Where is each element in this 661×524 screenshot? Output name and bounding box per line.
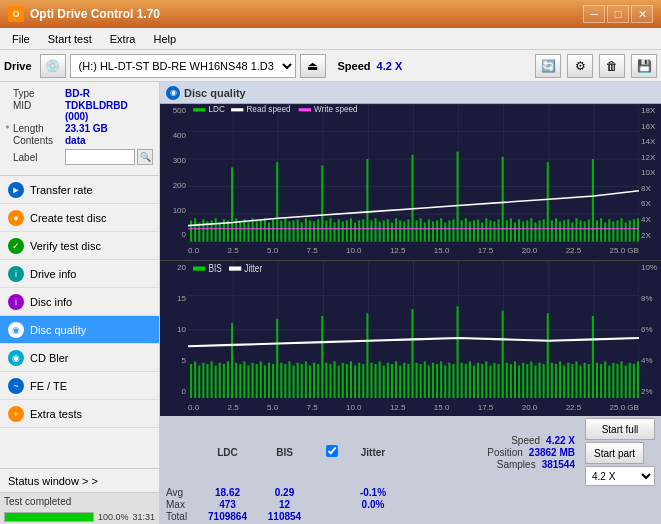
svg-rect-47 [301, 222, 303, 241]
nav-items: ► Transfer rate ● Create test disc ✓ Ver… [0, 176, 159, 468]
svg-rect-80 [436, 220, 438, 241]
svg-rect-49 [309, 220, 311, 241]
svg-rect-73 [407, 219, 409, 241]
svg-rect-123 [612, 221, 614, 241]
close-button[interactable]: ✕ [631, 5, 653, 23]
svg-rect-88 [469, 221, 471, 241]
maximize-button[interactable]: □ [607, 5, 629, 23]
disc-quality-icon: ◉ [8, 322, 24, 338]
disc-label-btn[interactable]: 🔍 [137, 149, 153, 165]
svg-rect-52 [321, 165, 323, 241]
erase-button[interactable]: 🗑 [599, 54, 625, 78]
sidebar-item-disc-info[interactable]: i Disc info [0, 288, 159, 316]
svg-rect-252 [604, 361, 606, 398]
svg-rect-91 [481, 222, 483, 241]
speed-info-block: Speed 4.22 X Position 23862 MB Samples 3… [487, 435, 575, 470]
svg-rect-115 [580, 220, 582, 241]
svg-rect-51 [317, 219, 319, 241]
svg-rect-198 [383, 365, 385, 398]
start-part-button[interactable]: Start part [585, 442, 644, 464]
sidebar-item-create-test-disc[interactable]: ● Create test disc [0, 204, 159, 232]
svg-rect-253 [608, 365, 610, 398]
svg-rect-238 [547, 313, 549, 398]
menu-help[interactable]: Help [145, 29, 184, 49]
svg-rect-230 [514, 361, 516, 398]
disc-quality-header-icon: ◉ [166, 86, 180, 100]
svg-rect-110 [559, 221, 561, 241]
sidebar-item-disc-quality[interactable]: ◉ Disc quality [0, 316, 159, 344]
svg-rect-89 [473, 220, 475, 241]
start-full-button[interactable]: Start full [585, 418, 655, 440]
svg-rect-127 [629, 220, 631, 241]
sidebar-item-verify-test-disc[interactable]: ✓ Verify test disc [0, 232, 159, 260]
svg-rect-171 [272, 364, 274, 398]
svg-rect-233 [526, 364, 528, 398]
svg-rect-41 [276, 162, 278, 241]
svg-rect-160 [227, 361, 229, 398]
svg-rect-54 [329, 218, 331, 241]
svg-rect-174 [284, 364, 286, 398]
save-button[interactable]: 💾 [631, 54, 657, 78]
max-bis: 12 [257, 499, 312, 510]
svg-rect-165 [247, 365, 249, 398]
svg-rect-109 [555, 218, 557, 241]
svg-rect-181 [313, 362, 315, 398]
svg-rect-158 [219, 362, 221, 398]
svg-rect-70 [395, 218, 397, 241]
svg-rect-188 [342, 362, 344, 398]
svg-rect-67 [383, 220, 385, 241]
sidebar-item-fe-te[interactable]: ~ FE / TE [0, 372, 159, 400]
minimize-button[interactable]: ─ [583, 5, 605, 23]
svg-rect-187 [338, 365, 340, 398]
svg-rect-57 [342, 221, 344, 241]
disc-type-val: BD-R [65, 88, 90, 99]
svg-rect-251 [600, 364, 602, 398]
svg-rect-249 [592, 316, 594, 399]
sidebar-label-create-test: Create test disc [30, 212, 106, 224]
sidebar-item-drive-info[interactable]: i Drive info [0, 260, 159, 288]
avg-bis: 0.29 [257, 487, 312, 498]
drive-icon-btn[interactable]: 💿 [40, 54, 66, 78]
svg-rect-45 [293, 220, 295, 241]
svg-rect-180 [309, 365, 311, 398]
svg-rect-125 [621, 218, 623, 241]
svg-rect-178 [301, 364, 303, 398]
sidebar-item-cd-bler[interactable]: ◉ CD Bler [0, 344, 159, 372]
settings-button[interactable]: ⚙ [567, 54, 593, 78]
svg-rect-106 [543, 219, 545, 241]
svg-rect-56 [338, 219, 340, 241]
svg-rect-46 [297, 219, 299, 241]
disc-label-input[interactable] [65, 149, 135, 165]
svg-rect-234 [530, 361, 532, 398]
sidebar-item-transfer-rate[interactable]: ► Transfer rate [0, 176, 159, 204]
menu-extra[interactable]: Extra [102, 29, 144, 49]
svg-rect-243 [567, 362, 569, 398]
status-window-button[interactable]: Status window > > [0, 468, 159, 492]
svg-rect-220 [473, 365, 475, 398]
drive-select[interactable]: (H:) HL-DT-ST BD-RE WH16NS48 1.D3 [70, 54, 296, 78]
max-label: Max [166, 499, 198, 510]
title-bar-left: O Opti Drive Control 1.70 [8, 6, 160, 22]
svg-rect-263 [229, 266, 241, 270]
ldc-xaxis: 0.0 2.5 5.0 7.5 10.0 12.5 15.0 17.5 20.0… [188, 242, 639, 260]
speed-dropdown[interactable]: 4.2 X [585, 466, 655, 486]
svg-rect-94 [493, 221, 495, 241]
sidebar-label-extra-tests: Extra tests [30, 408, 82, 420]
svg-rect-65 [375, 218, 377, 241]
svg-rect-191 [354, 365, 356, 398]
menu-file[interactable]: File [4, 29, 38, 49]
position-val: 23862 MB [529, 447, 575, 458]
svg-rect-224 [489, 365, 491, 398]
svg-rect-213 [444, 365, 446, 398]
transfer-rate-icon: ► [8, 182, 24, 198]
jitter-checkbox[interactable] [326, 445, 338, 457]
refresh-button[interactable]: 🔄 [535, 54, 561, 78]
svg-rect-104 [534, 222, 536, 241]
sidebar-item-extra-tests[interactable]: + Extra tests [0, 400, 159, 428]
sidebar-label-cd-bler: CD Bler [30, 352, 69, 364]
menu-start-test[interactable]: Start test [40, 29, 100, 49]
svg-rect-20 [190, 220, 192, 241]
svg-rect-55 [334, 222, 336, 241]
svg-rect-161 [231, 322, 233, 398]
eject-button[interactable]: ⏏ [300, 54, 326, 78]
